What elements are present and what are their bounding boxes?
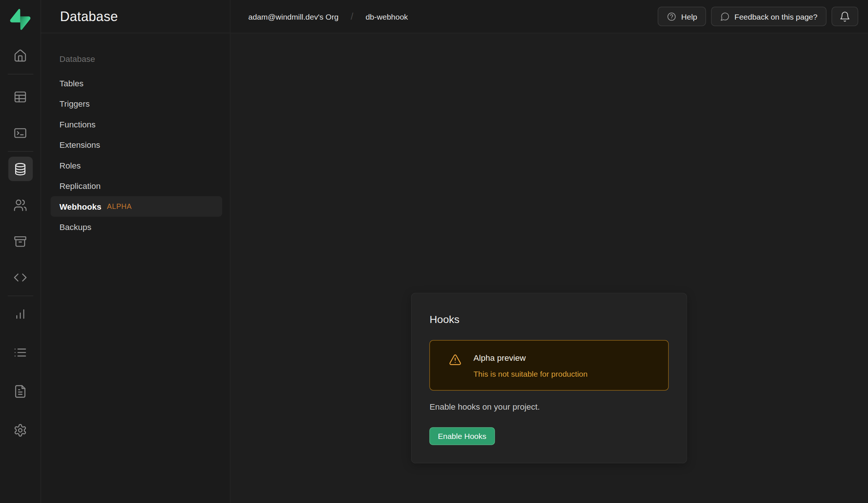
rail-divider (7, 74, 33, 75)
rail-divider (7, 296, 33, 296)
main-content: Hooks Alpha preview This is not suitable… (231, 33, 868, 503)
breadcrumb-separator: / (351, 11, 353, 22)
hooks-card-description: Enable hooks on your project. (430, 401, 669, 413)
sidebar-item-label: Tables (60, 79, 84, 88)
sidebar-item-roles[interactable]: Roles (51, 155, 223, 176)
sidebar-item-label: Extensions (60, 140, 100, 150)
alpha-badge: ALPHA (107, 202, 132, 211)
sidebar-item-label: Replication (60, 181, 101, 191)
home-icon[interactable] (8, 43, 33, 68)
sidebar-item-label: Backups (60, 222, 91, 232)
breadcrumb: adam@windmill.dev's Org / db-webhook (248, 11, 408, 22)
sidebar-item-tables[interactable]: Tables (51, 73, 223, 94)
help-button-label: Help (681, 12, 697, 21)
top-bar: adam@windmill.dev's Org / db-webhook Hel… (231, 0, 868, 33)
rail-divider (7, 151, 33, 152)
sidebar-item-label: Webhooks (60, 202, 101, 211)
sidebar: Database Database Tables Triggers Functi… (41, 0, 231, 503)
database-icon[interactable] (8, 157, 33, 181)
sidebar-item-extensions[interactable]: Extensions (51, 134, 223, 155)
supabase-logo[interactable] (10, 9, 31, 30)
storage-icon[interactable] (8, 229, 33, 253)
hooks-card-title: Hooks (430, 313, 669, 326)
table-editor-icon[interactable] (8, 84, 33, 109)
sidebar-header: Database (41, 0, 230, 33)
page-title: Database (60, 9, 118, 24)
sidebar-item-label: Roles (60, 161, 81, 170)
alert-text: Alpha preview This is not suitable for p… (473, 352, 587, 379)
sidebar-item-triggers[interactable]: Triggers (51, 93, 223, 114)
alert-description: This is not suitable for production (473, 369, 587, 379)
sidebar-item-backups[interactable]: Backups (51, 217, 223, 237)
sidebar-item-replication[interactable]: Replication (51, 176, 223, 196)
notifications-button[interactable] (831, 7, 858, 26)
breadcrumb-org[interactable]: adam@windmill.dev's Org (248, 12, 339, 21)
supabase-logo-icon (10, 9, 31, 30)
hooks-card: Hooks Alpha preview This is not suitable… (411, 293, 687, 464)
project-settings-icon[interactable] (8, 418, 33, 442)
help-circle-icon (667, 11, 677, 21)
reports-icon[interactable] (8, 301, 33, 326)
breadcrumb-project[interactable]: db-webhook (365, 12, 408, 21)
feedback-button-label: Feedback on this page? (734, 12, 817, 21)
sidebar-section-label: Database (60, 54, 230, 65)
authentication-icon[interactable] (8, 193, 33, 217)
enable-hooks-button[interactable]: Enable Hooks (430, 427, 495, 445)
sidebar-nav: Database Tables Triggers Functions Exten… (41, 33, 230, 237)
sidebar-item-label: Functions (60, 120, 96, 129)
edge-functions-icon[interactable] (8, 265, 33, 290)
icon-rail (0, 0, 41, 503)
message-circle-icon (720, 11, 730, 21)
app-window: Database Database Tables Triggers Functi… (0, 0, 868, 503)
feedback-button[interactable]: Feedback on this page? (711, 7, 826, 26)
help-button[interactable]: Help (658, 7, 706, 26)
sidebar-item-label: Triggers (60, 99, 90, 109)
warning-triangle-icon (449, 353, 462, 366)
logs-icon[interactable] (8, 340, 33, 364)
topbar-actions: Help Feedback on this page? (658, 7, 858, 26)
sql-editor-icon[interactable] (8, 121, 33, 145)
content-column: adam@windmill.dev's Org / db-webhook Hel… (231, 0, 868, 503)
api-docs-icon[interactable] (8, 379, 33, 403)
bell-icon (839, 11, 850, 22)
sidebar-item-functions[interactable]: Functions (51, 114, 223, 135)
sidebar-item-webhooks[interactable]: Webhooks ALPHA (51, 196, 223, 217)
alpha-preview-alert: Alpha preview This is not suitable for p… (430, 340, 669, 391)
alert-title: Alpha preview (473, 352, 587, 363)
